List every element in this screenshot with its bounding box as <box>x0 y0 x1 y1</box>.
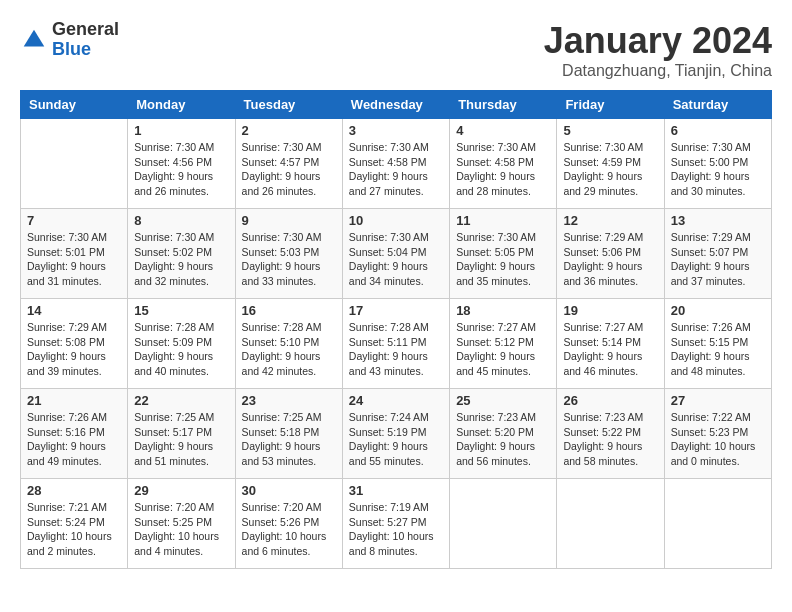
day-number: 27 <box>671 393 765 408</box>
month-title: January 2024 <box>544 20 772 62</box>
weekday-header-wednesday: Wednesday <box>342 91 449 119</box>
day-info: Sunrise: 7:19 AMSunset: 5:27 PMDaylight:… <box>349 500 443 559</box>
day-info: Sunrise: 7:29 AMSunset: 5:06 PMDaylight:… <box>563 230 657 289</box>
day-number: 22 <box>134 393 228 408</box>
weekday-header-saturday: Saturday <box>664 91 771 119</box>
calendar-cell: 29Sunrise: 7:20 AMSunset: 5:25 PMDayligh… <box>128 479 235 569</box>
day-number: 4 <box>456 123 550 138</box>
calendar-table: SundayMondayTuesdayWednesdayThursdayFrid… <box>20 90 772 569</box>
day-number: 9 <box>242 213 336 228</box>
calendar-cell: 26Sunrise: 7:23 AMSunset: 5:22 PMDayligh… <box>557 389 664 479</box>
logo: General Blue <box>20 20 119 60</box>
day-info: Sunrise: 7:30 AMSunset: 4:58 PMDaylight:… <box>456 140 550 199</box>
logo-general-text: General <box>52 20 119 40</box>
day-info: Sunrise: 7:30 AMSunset: 5:02 PMDaylight:… <box>134 230 228 289</box>
day-info: Sunrise: 7:29 AMSunset: 5:07 PMDaylight:… <box>671 230 765 289</box>
weekday-header-sunday: Sunday <box>21 91 128 119</box>
calendar-cell: 6Sunrise: 7:30 AMSunset: 5:00 PMDaylight… <box>664 119 771 209</box>
day-info: Sunrise: 7:30 AMSunset: 4:56 PMDaylight:… <box>134 140 228 199</box>
logo-icon <box>20 26 48 54</box>
calendar-cell: 4Sunrise: 7:30 AMSunset: 4:58 PMDaylight… <box>450 119 557 209</box>
day-number: 15 <box>134 303 228 318</box>
day-info: Sunrise: 7:30 AMSunset: 5:00 PMDaylight:… <box>671 140 765 199</box>
day-info: Sunrise: 7:30 AMSunset: 5:05 PMDaylight:… <box>456 230 550 289</box>
calendar-cell <box>450 479 557 569</box>
day-info: Sunrise: 7:22 AMSunset: 5:23 PMDaylight:… <box>671 410 765 469</box>
day-number: 12 <box>563 213 657 228</box>
calendar-cell <box>21 119 128 209</box>
day-info: Sunrise: 7:27 AMSunset: 5:14 PMDaylight:… <box>563 320 657 379</box>
header: General Blue January 2024 Datangzhuang, … <box>20 20 772 80</box>
week-row-3: 14Sunrise: 7:29 AMSunset: 5:08 PMDayligh… <box>21 299 772 389</box>
day-number: 6 <box>671 123 765 138</box>
day-info: Sunrise: 7:20 AMSunset: 5:25 PMDaylight:… <box>134 500 228 559</box>
day-number: 18 <box>456 303 550 318</box>
day-number: 2 <box>242 123 336 138</box>
day-number: 28 <box>27 483 121 498</box>
day-number: 10 <box>349 213 443 228</box>
day-number: 16 <box>242 303 336 318</box>
calendar-cell: 20Sunrise: 7:26 AMSunset: 5:15 PMDayligh… <box>664 299 771 389</box>
calendar-cell: 25Sunrise: 7:23 AMSunset: 5:20 PMDayligh… <box>450 389 557 479</box>
day-info: Sunrise: 7:30 AMSunset: 4:58 PMDaylight:… <box>349 140 443 199</box>
day-number: 5 <box>563 123 657 138</box>
week-row-5: 28Sunrise: 7:21 AMSunset: 5:24 PMDayligh… <box>21 479 772 569</box>
title-area: January 2024 Datangzhuang, Tianjin, Chin… <box>544 20 772 80</box>
calendar-cell: 17Sunrise: 7:28 AMSunset: 5:11 PMDayligh… <box>342 299 449 389</box>
calendar-cell: 30Sunrise: 7:20 AMSunset: 5:26 PMDayligh… <box>235 479 342 569</box>
calendar-cell: 16Sunrise: 7:28 AMSunset: 5:10 PMDayligh… <box>235 299 342 389</box>
day-info: Sunrise: 7:28 AMSunset: 5:10 PMDaylight:… <box>242 320 336 379</box>
day-info: Sunrise: 7:23 AMSunset: 5:22 PMDaylight:… <box>563 410 657 469</box>
calendar-cell: 21Sunrise: 7:26 AMSunset: 5:16 PMDayligh… <box>21 389 128 479</box>
day-number: 8 <box>134 213 228 228</box>
day-info: Sunrise: 7:23 AMSunset: 5:20 PMDaylight:… <box>456 410 550 469</box>
calendar-cell: 5Sunrise: 7:30 AMSunset: 4:59 PMDaylight… <box>557 119 664 209</box>
calendar-cell: 3Sunrise: 7:30 AMSunset: 4:58 PMDaylight… <box>342 119 449 209</box>
calendar-cell: 2Sunrise: 7:30 AMSunset: 4:57 PMDaylight… <box>235 119 342 209</box>
day-number: 31 <box>349 483 443 498</box>
calendar-cell: 18Sunrise: 7:27 AMSunset: 5:12 PMDayligh… <box>450 299 557 389</box>
calendar-cell: 23Sunrise: 7:25 AMSunset: 5:18 PMDayligh… <box>235 389 342 479</box>
day-number: 13 <box>671 213 765 228</box>
day-number: 7 <box>27 213 121 228</box>
day-number: 26 <box>563 393 657 408</box>
weekday-header-friday: Friday <box>557 91 664 119</box>
day-info: Sunrise: 7:26 AMSunset: 5:16 PMDaylight:… <box>27 410 121 469</box>
calendar-cell: 12Sunrise: 7:29 AMSunset: 5:06 PMDayligh… <box>557 209 664 299</box>
calendar-cell: 24Sunrise: 7:24 AMSunset: 5:19 PMDayligh… <box>342 389 449 479</box>
day-info: Sunrise: 7:29 AMSunset: 5:08 PMDaylight:… <box>27 320 121 379</box>
day-info: Sunrise: 7:26 AMSunset: 5:15 PMDaylight:… <box>671 320 765 379</box>
day-info: Sunrise: 7:30 AMSunset: 5:01 PMDaylight:… <box>27 230 121 289</box>
day-number: 30 <box>242 483 336 498</box>
calendar-cell: 15Sunrise: 7:28 AMSunset: 5:09 PMDayligh… <box>128 299 235 389</box>
day-number: 3 <box>349 123 443 138</box>
calendar-cell: 8Sunrise: 7:30 AMSunset: 5:02 PMDaylight… <box>128 209 235 299</box>
day-number: 19 <box>563 303 657 318</box>
day-number: 20 <box>671 303 765 318</box>
day-info: Sunrise: 7:25 AMSunset: 5:17 PMDaylight:… <box>134 410 228 469</box>
calendar-cell: 1Sunrise: 7:30 AMSunset: 4:56 PMDaylight… <box>128 119 235 209</box>
calendar-cell <box>664 479 771 569</box>
day-number: 29 <box>134 483 228 498</box>
calendar-cell: 22Sunrise: 7:25 AMSunset: 5:17 PMDayligh… <box>128 389 235 479</box>
calendar-cell <box>557 479 664 569</box>
day-info: Sunrise: 7:20 AMSunset: 5:26 PMDaylight:… <box>242 500 336 559</box>
svg-marker-0 <box>24 30 45 47</box>
calendar-cell: 13Sunrise: 7:29 AMSunset: 5:07 PMDayligh… <box>664 209 771 299</box>
day-number: 24 <box>349 393 443 408</box>
day-number: 25 <box>456 393 550 408</box>
day-number: 17 <box>349 303 443 318</box>
calendar-cell: 14Sunrise: 7:29 AMSunset: 5:08 PMDayligh… <box>21 299 128 389</box>
day-info: Sunrise: 7:30 AMSunset: 4:57 PMDaylight:… <box>242 140 336 199</box>
calendar-cell: 9Sunrise: 7:30 AMSunset: 5:03 PMDaylight… <box>235 209 342 299</box>
logo-blue-text: Blue <box>52 40 119 60</box>
weekday-header-tuesday: Tuesday <box>235 91 342 119</box>
calendar-cell: 28Sunrise: 7:21 AMSunset: 5:24 PMDayligh… <box>21 479 128 569</box>
day-info: Sunrise: 7:27 AMSunset: 5:12 PMDaylight:… <box>456 320 550 379</box>
location-title: Datangzhuang, Tianjin, China <box>544 62 772 80</box>
day-info: Sunrise: 7:24 AMSunset: 5:19 PMDaylight:… <box>349 410 443 469</box>
day-info: Sunrise: 7:21 AMSunset: 5:24 PMDaylight:… <box>27 500 121 559</box>
calendar-cell: 27Sunrise: 7:22 AMSunset: 5:23 PMDayligh… <box>664 389 771 479</box>
weekday-header-thursday: Thursday <box>450 91 557 119</box>
week-row-4: 21Sunrise: 7:26 AMSunset: 5:16 PMDayligh… <box>21 389 772 479</box>
